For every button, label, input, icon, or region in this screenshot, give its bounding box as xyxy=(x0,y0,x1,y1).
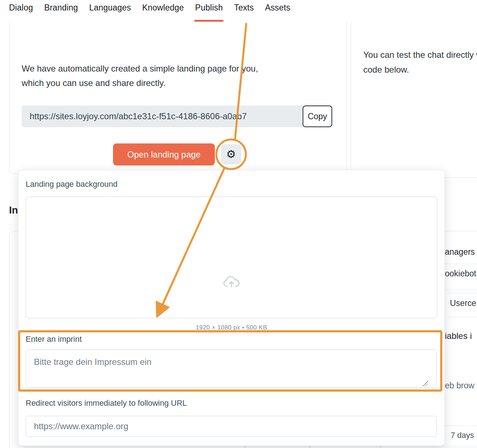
row-divider xyxy=(445,264,477,264)
nav-tab-knowledge[interactable]: Knowledge xyxy=(142,3,184,13)
landing-url-row: https://sites.loyjoy.com/abc1e31c-f51c-4… xyxy=(22,105,332,127)
row-divider xyxy=(448,317,477,317)
row-fragment-cookiebot: ookiebot xyxy=(445,269,476,279)
text-fragment-days: 7 days xyxy=(451,431,474,440)
row-fragment-managers: anagers xyxy=(445,247,475,257)
cloud-upload-icon xyxy=(26,276,437,290)
top-navigation: Dialog Branding Languages Knowledge Publ… xyxy=(0,0,477,22)
test-chat-text: You can test the chat directly with the … xyxy=(363,47,477,77)
nav-tab-dialog[interactable]: Dialog xyxy=(9,3,33,13)
section-heading-fragment: In xyxy=(9,204,18,216)
redirect-label: Redirect visitors immediately to followi… xyxy=(26,399,187,408)
table-column-divider xyxy=(244,446,245,448)
nav-tab-languages[interactable]: Languages xyxy=(89,3,131,13)
nav-tab-texts[interactable]: Texts xyxy=(234,3,254,13)
row-fragment-usercentrics: Userce xyxy=(450,298,476,308)
background-upload-dropzone[interactable]: 1920 × 1080 px • 500 KB xyxy=(26,197,437,318)
nav-tab-assets[interactable]: Assets xyxy=(265,3,290,13)
nav-tab-branding[interactable]: Branding xyxy=(44,3,78,13)
table-column-divider xyxy=(380,446,381,448)
landing-page-description: We have automatically created a simple l… xyxy=(22,61,258,90)
imprint-label: Enter an imprint xyxy=(26,335,82,344)
active-tab-underline xyxy=(194,20,224,22)
redirect-url-input[interactable] xyxy=(26,416,437,437)
text-fragment-browser: eb brow xyxy=(445,381,474,391)
gear-icon: ⚙ xyxy=(226,149,236,160)
open-landing-page-button[interactable]: Open landing page xyxy=(113,143,215,165)
text-fragment-variables: iables i xyxy=(445,331,472,341)
landing-settings-panel: Landing page background 1920 × 1080 px •… xyxy=(18,170,445,446)
row-divider xyxy=(445,289,477,290)
nav-tab-publish[interactable]: Publish xyxy=(195,3,223,13)
background-label: Landing page background xyxy=(26,180,117,189)
row-divider xyxy=(448,293,477,293)
nav-tab-publish-label: Publish xyxy=(195,3,223,12)
test-chat-card: You can test the chat directly with the … xyxy=(351,0,477,178)
upload-size-hint: 1920 × 1080 px • 500 KB xyxy=(26,324,437,331)
row-divider xyxy=(445,426,477,426)
table-column-divider xyxy=(309,446,310,448)
landing-settings-button[interactable]: ⚙ xyxy=(221,144,241,164)
imprint-textarea[interactable] xyxy=(26,349,437,388)
landing-url-field[interactable]: https://sites.loyjoy.com/abc1e31c-f51c-4… xyxy=(22,105,303,127)
copy-button[interactable]: Copy xyxy=(303,105,332,127)
